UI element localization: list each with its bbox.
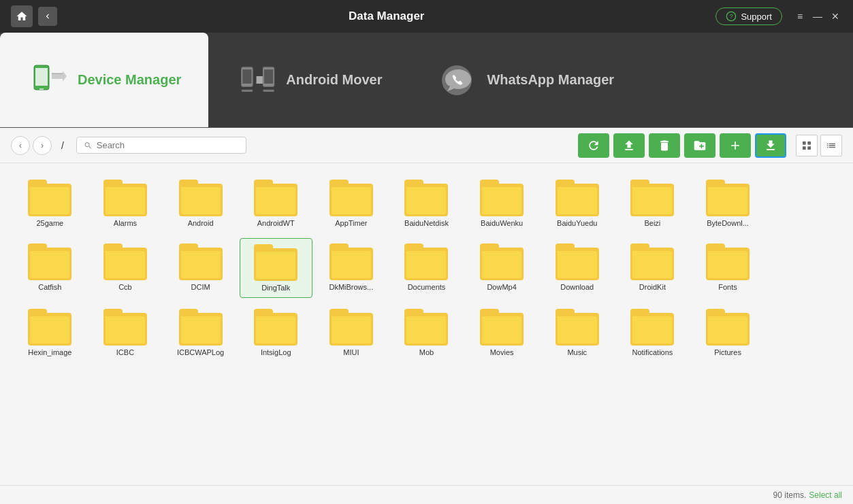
folder-icon <box>329 180 373 216</box>
add-folder-button[interactable] <box>684 133 715 158</box>
folder-item[interactable]: AndroidWT <box>240 174 312 233</box>
folder-item[interactable]: Hexin_image <box>14 303 86 362</box>
export-button[interactable] <box>613 133 645 158</box>
delete-button[interactable] <box>649 133 680 158</box>
folder-item[interactable]: Notifications <box>616 303 689 362</box>
folder-icon <box>28 309 71 346</box>
toolbar: ‹ › / <box>0 128 853 163</box>
file-area: 25game Alarms Android AndroidWT <box>0 163 853 485</box>
breadcrumb: / <box>61 140 64 151</box>
folder-item[interactable]: DkMiBrows... <box>315 238 388 298</box>
folder-name: Movies <box>490 348 514 356</box>
folder-icon <box>630 180 674 216</box>
folder-icon <box>179 309 223 346</box>
svg-rect-4 <box>39 88 44 90</box>
folder-item[interactable]: DroidKit <box>616 238 689 298</box>
folder-icon <box>103 309 147 346</box>
folder-item[interactable]: AppTimer <box>315 174 388 233</box>
tab-android-mover[interactable]: Android Mover <box>208 33 409 127</box>
folder-name: BaiduNetdisk <box>404 219 449 227</box>
tab-bar: Device Manager Android Mover Whats <box>0 33 853 128</box>
folder-name: Alarms <box>114 219 137 227</box>
view-toggle <box>796 135 842 156</box>
nav-forward-button[interactable]: › <box>33 136 52 155</box>
select-all-link[interactable]: Select all <box>809 490 842 500</box>
folder-item[interactable]: ByteDownl... <box>692 174 765 233</box>
folder-item[interactable]: Alarms <box>89 174 162 233</box>
main-content: ‹ › / <box>0 128 853 504</box>
folder-name: Ccb <box>118 283 132 291</box>
folder-icon <box>28 243 71 280</box>
support-button[interactable]: ? Support <box>715 7 782 25</box>
folder-icon <box>630 309 674 346</box>
svg-text:?: ? <box>730 13 733 20</box>
tab-device-manager[interactable]: Device Manager <box>0 33 208 127</box>
folder-name: Fonts <box>718 283 737 291</box>
folder-name: Android <box>188 219 214 227</box>
search-input[interactable] <box>97 140 239 150</box>
folder-icon <box>179 180 223 216</box>
folder-item[interactable]: Catfish <box>14 238 86 298</box>
folder-item[interactable]: BaiduYuedu <box>541 174 613 233</box>
search-box <box>76 137 246 154</box>
menu-button[interactable]: ≡ <box>793 10 807 23</box>
svg-rect-9 <box>264 69 273 84</box>
close-button[interactable]: ✕ <box>828 10 842 23</box>
folder-item[interactable]: DingTalk <box>240 238 312 298</box>
folder-item[interactable]: ICBC <box>89 303 162 362</box>
minimize-button[interactable]: — <box>811 10 824 23</box>
nav-arrows: ‹ › <box>11 136 52 155</box>
folder-item[interactable]: Movies <box>466 303 538 362</box>
folder-name: MIUI <box>343 348 359 356</box>
folder-icon <box>28 180 71 216</box>
folder-icon <box>254 244 297 281</box>
download-button[interactable] <box>755 133 786 158</box>
folder-item[interactable]: Android <box>164 174 237 233</box>
folder-icon <box>556 309 599 346</box>
folder-item[interactable]: Documents <box>390 238 463 298</box>
svg-rect-6 <box>243 69 252 84</box>
folder-item[interactable]: Mob <box>390 303 463 362</box>
home-button[interactable] <box>11 5 33 27</box>
folder-name: Pictures <box>714 348 741 356</box>
folder-item[interactable]: Pictures <box>692 303 765 362</box>
whatsapp-manager-icon <box>436 60 477 101</box>
folder-name: Music <box>567 348 587 356</box>
folder-icon <box>630 243 674 280</box>
grid-view-button[interactable] <box>796 135 818 156</box>
folder-icon <box>103 243 147 280</box>
svg-rect-7 <box>242 89 253 91</box>
folder-item[interactable]: BaiduNetdisk <box>390 174 463 233</box>
folder-item[interactable]: 25game <box>14 174 86 233</box>
folder-icon <box>404 180 448 216</box>
folder-item[interactable]: DCIM <box>164 238 237 298</box>
folder-item[interactable]: Fonts <box>692 238 765 298</box>
add-button[interactable] <box>720 133 751 158</box>
title-bar-right: ? Support ≡ — ✕ <box>715 7 842 25</box>
title-bar-left <box>11 5 57 27</box>
folder-item[interactable]: BaiduWenku <box>466 174 538 233</box>
folder-icon <box>329 309 373 346</box>
folder-item[interactable]: Download <box>541 238 613 298</box>
folder-item[interactable]: DowMp4 <box>466 238 538 298</box>
folder-item[interactable]: Beizi <box>616 174 689 233</box>
tab-whatsapp-manager[interactable]: WhatsApp Manager <box>409 33 641 127</box>
folder-icon <box>556 180 599 216</box>
folder-name: DroidKit <box>639 283 666 291</box>
folder-icon <box>404 243 448 280</box>
nav-back-button[interactable]: ‹ <box>11 136 30 155</box>
refresh-button[interactable] <box>578 133 609 158</box>
folder-item[interactable]: Music <box>541 303 613 362</box>
folder-item[interactable]: ICBCWAPLog <box>164 303 237 362</box>
folder-name: Documents <box>408 283 446 291</box>
folder-item[interactable]: IntsigLog <box>240 303 312 362</box>
folder-icon <box>254 309 297 346</box>
list-view-button[interactable] <box>820 135 842 156</box>
folder-item[interactable]: MIUI <box>315 303 388 362</box>
app-title: Data Manager <box>349 10 424 23</box>
folder-name: DkMiBrows... <box>329 283 373 291</box>
folder-name: Beizi <box>644 219 660 227</box>
item-count: 90 items. <box>773 490 807 500</box>
back-button[interactable] <box>38 7 57 26</box>
folder-item[interactable]: Ccb <box>89 238 162 298</box>
